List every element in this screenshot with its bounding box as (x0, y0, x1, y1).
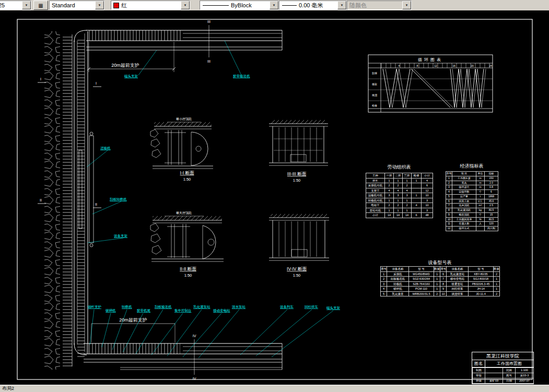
table-cell: 1 (385, 208, 394, 213)
table-cell: 工种 (366, 173, 385, 179)
chevron-down-icon[interactable]: ▼ (337, 1, 346, 9)
section-i-scale: 1:50 (183, 177, 191, 182)
table-cell: 1 (381, 271, 387, 277)
table-cell: 比例 (503, 368, 516, 373)
table-cell: 循环方式 (452, 227, 476, 231)
table-cell: 3 (446, 185, 452, 190)
section-note-min: 最小控顶距 (176, 117, 192, 121)
cycle-tick: 8 (417, 64, 418, 67)
table-cell: 型 号 (469, 267, 494, 272)
table-cell: 喷雾泵站 (447, 281, 469, 287)
chevron-down-icon[interactable]: ▼ (95, 1, 104, 9)
chevron-down-icon[interactable]: ▼ (22, 1, 31, 9)
table-cell: 数量 (494, 267, 500, 272)
table-cell: 序号 (440, 267, 447, 272)
lineweight-combo[interactable]: 0.00 毫米 ▼ (279, 1, 347, 10)
layer-tool-button[interactable]: ▦ (33, 1, 48, 10)
table-cell: 1 (394, 208, 403, 213)
lineweight-sample (282, 5, 297, 6)
color-value: 红 (119, 2, 181, 9)
label-loader: 刮板转载机 (110, 197, 127, 201)
table-cell: 14 (385, 213, 394, 218)
label-mobile-substation: 移动变电站 (213, 308, 230, 313)
table-cell: 3 (385, 193, 394, 198)
table-cell: 日期 (503, 378, 516, 384)
linetype-sample (203, 5, 229, 6)
table-cell: 小计 (422, 173, 433, 179)
text-style-value: Standard (50, 2, 95, 8)
table-cell: 班级 (473, 378, 485, 384)
table-cell: 9 (440, 287, 447, 292)
label-end-support: 端头支架 (124, 74, 138, 78)
table-cell: JD-11.4 (469, 291, 494, 296)
table-cell: 14 (394, 213, 403, 218)
table-cell: 1 (446, 176, 452, 181)
table-cell: KBY-80/35 (469, 271, 494, 277)
table-cell: 4 (446, 190, 452, 195)
cut-mark-I: I (40, 77, 41, 81)
properties-toolbar: 25 ▼ ▦ Standard ▼ 红 ▼ ByBlock ▼ 0.00 毫米 … (0, 0, 549, 11)
table-cell: 工作面长度 (452, 176, 476, 181)
table-cell: 5 (446, 194, 452, 199)
layout-tab[interactable]: 布局2 (0, 385, 14, 392)
table-cell (485, 373, 503, 378)
chevron-down-icon[interactable]: ▼ (270, 1, 278, 9)
top-entry (86, 30, 282, 50)
table-cell: m (476, 176, 485, 181)
table-cell: 7 (440, 277, 447, 282)
table-cell: 2 (403, 183, 412, 188)
table-cell: 坑木消耗 (452, 204, 476, 208)
linetype-combo[interactable]: ByBlock ▼ (200, 1, 279, 10)
color-combo[interactable]: 红 ▼ (111, 1, 190, 10)
label-bolt-support: 锚杆支护 (87, 305, 101, 309)
table-cell: kg (476, 208, 485, 213)
cad-canvas[interactable]: 20m超前支护 20m超前支护 I I II II III III IV IV … (0, 10, 549, 385)
cycle-op-push: 推溜 (372, 93, 377, 97)
table-cell: 14 (403, 213, 412, 218)
table-cell: 1 (403, 178, 412, 183)
table-cell (476, 227, 485, 231)
label-crusher: 破碎机 (106, 308, 116, 312)
status-bar: 布局2 (0, 385, 549, 392)
table-cell: 采高 (452, 181, 476, 185)
table-cell: MG450/BWD (409, 271, 434, 277)
table-cell: 4 (412, 203, 422, 208)
table-cell: 1 (403, 198, 412, 203)
table-cell: 1868 (485, 194, 498, 199)
table-cell: 调度绞车 (447, 291, 469, 296)
chevron-down-icon[interactable]: ▼ (181, 1, 190, 9)
table-cell: 2 (494, 291, 500, 296)
table-cell: 1 (403, 208, 412, 213)
table-cell: 个 (476, 190, 485, 195)
cycle-op-maint: 检修 (372, 104, 377, 107)
section-i-title: I-I 断面 (180, 170, 194, 175)
snap-combo[interactable]: 25 ▼ (0, 1, 31, 10)
table-cell: PCM-110 (409, 287, 434, 292)
table-cell: 80.5 (485, 208, 498, 213)
table-cell: 4 (381, 287, 387, 292)
title-block: 黑龙江科技学院 图名 工作面布置图 制图比例1:100审核图号采03-3班级采矿… (472, 352, 534, 384)
title-block-school: 黑龙江科技学院 (472, 352, 533, 360)
text-style-combo[interactable]: Standard ▼ (49, 1, 104, 10)
label-stage-loader: 转载机 (122, 305, 132, 308)
table-cell: PB320/6.3-45 (469, 281, 494, 287)
section-note-max: 最大控顶距 (176, 211, 192, 215)
table-cell: 6 (440, 271, 447, 277)
table-cell: 4 (385, 188, 394, 193)
table-cell: 12 (422, 188, 433, 193)
table-cell: 小计 (366, 213, 385, 218)
table-cell: 工作面回采率 (452, 217, 476, 222)
table-cell: % (476, 217, 485, 222)
table-cell: 10 (422, 203, 433, 208)
table-cell: 2 (394, 183, 403, 188)
table-cell: 10 (422, 193, 433, 198)
table-cell: 150 (485, 176, 498, 181)
table-cell: 2.0 (485, 181, 498, 185)
bottom-entry (84, 343, 282, 370)
table-cell: SGJ-800/18 (469, 277, 494, 282)
table-cell: 2 (381, 277, 387, 282)
drawing-name: 工作面布置图 (485, 360, 533, 367)
table-cell: 1:100 (516, 368, 534, 373)
color-swatch-red (113, 3, 119, 8)
table-cell: 12 (446, 227, 452, 231)
